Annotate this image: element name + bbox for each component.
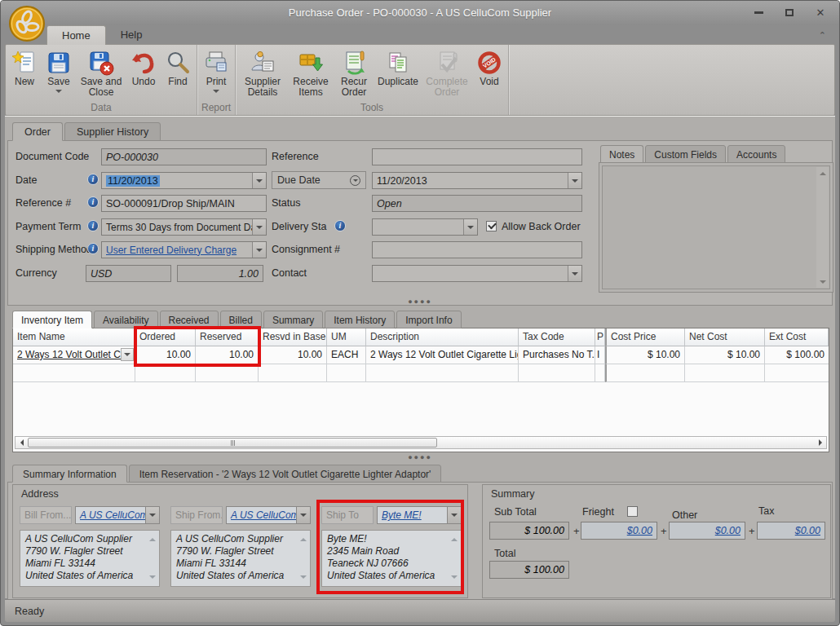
reference-field[interactable] bbox=[372, 148, 582, 165]
scroll-down-icon[interactable] bbox=[816, 276, 829, 288]
scrollbar-thumb[interactable] bbox=[28, 438, 437, 447]
tab-inventory-item[interactable]: Inventory Item bbox=[12, 311, 92, 328]
notes-scrollbar[interactable] bbox=[816, 167, 829, 288]
ordered-cell[interactable]: 10.00 bbox=[135, 346, 196, 364]
column-header-cost-price[interactable]: Cost Price bbox=[605, 328, 685, 346]
ship-to-button[interactable]: Ship To bbox=[321, 506, 374, 524]
due-date-button[interactable]: Due Date bbox=[272, 171, 366, 189]
due-date-field[interactable]: 11/20/2013 bbox=[372, 172, 582, 189]
delivery-status-combo[interactable] bbox=[372, 218, 478, 236]
resvd-in-base-cell[interactable]: 10.00 bbox=[259, 346, 327, 364]
payment-term-dropdown-icon[interactable] bbox=[252, 219, 266, 235]
tab-summary[interactable]: Summary bbox=[263, 311, 323, 328]
contact-combo[interactable] bbox=[372, 265, 582, 282]
scrollbar-track[interactable] bbox=[27, 437, 815, 448]
tab-received[interactable]: Received bbox=[160, 311, 219, 328]
scroll-left-icon[interactable] bbox=[15, 437, 27, 448]
tab-supplier-history[interactable]: Supplier History bbox=[64, 122, 161, 141]
app-logo-icon[interactable] bbox=[7, 4, 46, 43]
scroll-up-icon[interactable] bbox=[816, 167, 829, 179]
p-cell[interactable]: I bbox=[595, 346, 605, 364]
net-cost-cell[interactable]: $ 10.00 bbox=[685, 346, 765, 364]
column-header-tax-code[interactable]: Tax Code bbox=[519, 328, 595, 346]
tab-custom-fields[interactable]: Custom Fields bbox=[645, 145, 726, 163]
reference-num-field[interactable]: SO-000091/Drop Ship/MAIN bbox=[101, 195, 267, 212]
reserved-cell[interactable]: 10.00 bbox=[196, 346, 259, 364]
delivery-status-dropdown-icon[interactable] bbox=[463, 219, 477, 235]
find-button[interactable]: Find bbox=[161, 47, 195, 89]
date-dropdown-icon[interactable] bbox=[252, 173, 266, 188]
close-button[interactable]: ✕ bbox=[813, 6, 828, 19]
due-date-dropdown-icon[interactable] bbox=[568, 173, 581, 188]
recur-order-button[interactable]: Recur Order bbox=[334, 47, 374, 99]
currency-rate-field[interactable]: 1.00 bbox=[177, 265, 263, 282]
date-info-icon[interactable]: i bbox=[87, 174, 99, 185]
column-header-net-cost[interactable]: Net Cost bbox=[685, 328, 765, 346]
empty-grid-row[interactable] bbox=[13, 364, 829, 382]
tab-notes[interactable]: Notes bbox=[600, 145, 643, 163]
supplier-details-button[interactable]: Supplier Details bbox=[237, 47, 288, 99]
splitter-handle[interactable]: ●●●● bbox=[5, 299, 835, 304]
bill-from-address[interactable]: A US CelluCom Supplier 7790 W. Flagler S… bbox=[20, 530, 160, 587]
bill-from-button[interactable]: Bill From... bbox=[20, 506, 72, 524]
item-name-cell[interactable]: 2 Ways 12 Volt Outlet Ci... bbox=[13, 346, 135, 364]
ship-from-combo[interactable]: A US CelluCom Su bbox=[226, 506, 311, 524]
ext-cost-cell[interactable]: $ 100.00 bbox=[765, 346, 829, 364]
description-cell[interactable]: 2 Ways 12 Volt Outlet Cigarette Lighter … bbox=[366, 346, 519, 364]
bill-from-dropdown-icon[interactable] bbox=[145, 507, 159, 523]
ship-to-combo[interactable]: Byte ME! bbox=[377, 506, 462, 524]
contact-dropdown-icon[interactable] bbox=[568, 266, 581, 281]
payment-term-combo[interactable]: Terms 30 Days from Document Dat... bbox=[101, 218, 267, 236]
notes-textarea[interactable] bbox=[602, 165, 830, 289]
column-header-reserved[interactable]: Reserved bbox=[196, 328, 259, 346]
column-header-resvd-in-base[interactable]: Resvd in Base bbox=[259, 328, 327, 346]
complete-order-button[interactable]: Complete Order bbox=[422, 47, 472, 99]
ribbon-tab-help[interactable]: Help bbox=[106, 25, 157, 45]
shipping-method-dropdown-icon[interactable] bbox=[252, 242, 266, 258]
column-header-um[interactable]: UM bbox=[327, 328, 366, 346]
tab-availability[interactable]: Availability bbox=[94, 311, 157, 328]
grid-horizontal-scrollbar[interactable] bbox=[15, 436, 827, 449]
receive-items-button[interactable]: Receive Items bbox=[288, 47, 334, 99]
save-button[interactable]: Save bbox=[42, 47, 76, 98]
void-button[interactable]: VOID Void bbox=[472, 47, 506, 89]
ship-from-dropdown-icon[interactable] bbox=[296, 507, 310, 523]
tab-item-reservation[interactable]: Item Reservation - '2 Ways 12 Volt Outle… bbox=[129, 465, 442, 483]
tab-import-info[interactable]: Import Info bbox=[396, 311, 461, 328]
column-header-item-name[interactable]: Item Name bbox=[13, 328, 135, 346]
save-and-close-button[interactable]: Save and Close bbox=[76, 47, 126, 99]
tab-order[interactable]: Order bbox=[12, 122, 63, 141]
ship-from-button[interactable]: Ship From... bbox=[170, 506, 223, 524]
due-date-circle-dropdown-icon[interactable] bbox=[350, 175, 360, 186]
column-header-ordered[interactable]: Ordered bbox=[135, 328, 196, 346]
tab-summary-information[interactable]: Summary Information bbox=[12, 465, 127, 483]
undo-button[interactable]: Undo bbox=[126, 47, 161, 89]
scroll-right-icon[interactable] bbox=[815, 437, 826, 448]
shipping-method-combo[interactable]: User Entered Delivery Charge bbox=[101, 241, 267, 258]
collapse-ribbon-icon[interactable]: ⌃ bbox=[819, 30, 826, 41]
um-cell[interactable]: EACH bbox=[327, 346, 366, 364]
tax-field[interactable]: $0.00 bbox=[757, 522, 825, 540]
column-header-ext-cost[interactable]: Ext Cost bbox=[765, 328, 829, 346]
cost-price-cell[interactable]: $ 10.00 bbox=[605, 346, 685, 364]
shipping-method-info-icon[interactable]: i bbox=[87, 243, 99, 254]
date-field[interactable]: 11/20/2013 bbox=[101, 172, 267, 189]
table-row[interactable]: 2 Ways 12 Volt Outlet Ci... 10.00 10.00 … bbox=[13, 346, 829, 364]
column-header-description[interactable]: Description bbox=[366, 328, 519, 346]
ribbon-tab-home[interactable]: Home bbox=[46, 25, 106, 45]
reference-num-info-icon[interactable]: i bbox=[87, 196, 99, 208]
minimize-button[interactable] bbox=[751, 6, 766, 19]
duplicate-button[interactable]: Duplicate bbox=[374, 47, 422, 89]
tab-accounts[interactable]: Accounts bbox=[727, 145, 785, 163]
column-header-p[interactable]: P bbox=[595, 328, 605, 346]
currency-code-field[interactable]: USD bbox=[86, 265, 171, 282]
bill-from-combo[interactable]: A US CelluCom Su bbox=[75, 506, 160, 524]
item-dropdown-icon[interactable] bbox=[121, 348, 134, 361]
print-button[interactable]: Print bbox=[199, 47, 233, 98]
ship-to-address[interactable]: Byte ME! 2345 Main Road Teaneck NJ 07666… bbox=[321, 530, 462, 587]
ship-to-dropdown-icon[interactable] bbox=[447, 507, 461, 523]
tab-billed[interactable]: Billed bbox=[220, 311, 262, 328]
consignment-field[interactable] bbox=[372, 241, 582, 258]
new-button[interactable]: New bbox=[7, 47, 42, 89]
splitter-handle-2[interactable]: ●●●● bbox=[5, 455, 835, 460]
